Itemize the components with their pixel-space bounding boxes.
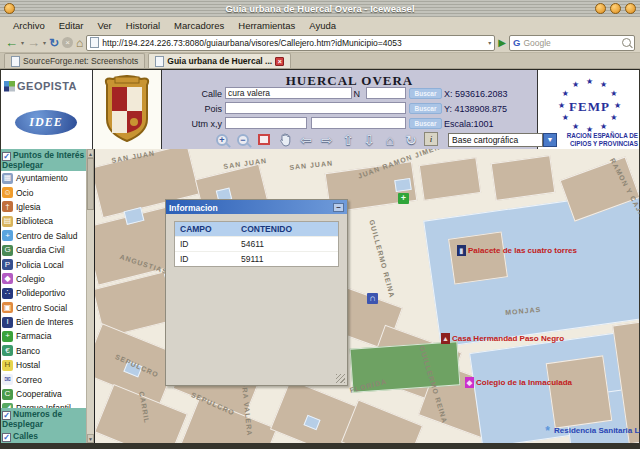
monument-icon: ▮ xyxy=(457,245,466,256)
numero-input[interactable] xyxy=(366,87,406,99)
pan-right-tool[interactable]: ⇨ xyxy=(318,132,336,148)
buscar-calle-button[interactable]: Buscar xyxy=(409,88,442,99)
basemap-select[interactable]: Base cartográfica xyxy=(448,133,543,147)
browser-window: Guia urbana de Huercal Overa - Iceweasel… xyxy=(0,0,640,449)
map-building xyxy=(448,231,508,284)
minimize-button[interactable] xyxy=(595,3,606,14)
sidebar-item[interactable]: ✉Correo xyxy=(0,372,86,386)
sidebar-item[interactable]: ☺Ocio xyxy=(0,185,86,199)
table-row: ID54611 xyxy=(175,236,338,251)
basemap-dropdown-icon[interactable]: ▼ xyxy=(543,133,557,147)
numeros-section-header[interactable]: ✓Numeros de Desplegar xyxy=(0,408,87,430)
informacion-titlebar[interactable]: Informacion – xyxy=(166,200,347,214)
sidebar-item[interactable]: HHostal xyxy=(0,358,86,372)
url-text[interactable]: http://194.224.226.73:8080/guiaurbana/vi… xyxy=(102,38,485,48)
stop-button[interactable]: × xyxy=(62,37,73,48)
tab-label[interactable]: Guia urbana de Huercal ... xyxy=(167,56,272,66)
back-dropdown-icon[interactable]: ▾ xyxy=(21,40,24,46)
numeros-desplegar-link[interactable]: Desplegar xyxy=(2,420,85,429)
pan-up-tool[interactable]: ⇧ xyxy=(339,132,357,148)
sidebar-item[interactable]: ▣Centro Social xyxy=(0,301,86,315)
femp-star-icon: ★ xyxy=(600,123,607,131)
refresh-map-tool[interactable]: ↻ xyxy=(402,132,420,148)
zoom-out-tool[interactable]: − xyxy=(234,132,252,148)
close-button[interactable] xyxy=(625,3,636,14)
search-input[interactable]: G Google xyxy=(509,35,635,51)
sidebar-item[interactable]: +Farmacia xyxy=(0,329,86,343)
tab-close-icon[interactable]: × xyxy=(275,57,284,66)
menu-item[interactable]: Ver xyxy=(91,18,119,33)
window-frame-left xyxy=(0,69,1,449)
page-header: GEOPISTA IDEE HUERCAL OVERA Calle N Busc… xyxy=(0,69,640,150)
pan-left-tool[interactable]: ⇦ xyxy=(297,132,315,148)
refresh-icon: ↻ xyxy=(405,133,417,147)
forward-button[interactable]: → xyxy=(27,36,40,49)
maximize-button[interactable] xyxy=(610,3,621,14)
calles-section-header[interactable]: ✓Calles xyxy=(0,430,87,443)
resize-grip[interactable] xyxy=(336,374,345,383)
sidebar-item[interactable]: ∴Polideportivo xyxy=(0,286,86,300)
scrollbar-thumb[interactable] xyxy=(87,158,94,210)
poi-desplegar-link[interactable]: Desplegar xyxy=(2,161,92,170)
menu-item[interactable]: Marcadores xyxy=(167,18,231,33)
poi-label-text: Palacete de las cuatro torres xyxy=(468,246,577,255)
go-button[interactable]: ▶ xyxy=(498,38,506,48)
refresh-button[interactable]: ↻ xyxy=(49,37,59,49)
sidebar-item[interactable]: PPolicia Local xyxy=(0,257,86,271)
map-building xyxy=(546,355,613,428)
sidebar-item[interactable]: ▤Biblioteca xyxy=(0,214,86,228)
utm-x-input[interactable] xyxy=(225,117,307,129)
scroll-up-icon[interactable]: ▲ xyxy=(87,149,94,158)
tab-label[interactable]: SourceForge.net: Screenshots xyxy=(23,56,138,66)
sidebar-scrollbar[interactable]: ▲ ▼ xyxy=(86,149,94,443)
back-button[interactable]: ← xyxy=(5,36,18,49)
url-bar[interactable]: http://194.224.226.73:8080/guiaurbana/vi… xyxy=(86,35,495,51)
poi-section-header[interactable]: ✓Puntos de Interés Desplegar xyxy=(0,149,94,171)
url-dropdown-icon[interactable]: ▾ xyxy=(488,40,491,46)
forward-dropdown-icon[interactable]: ▾ xyxy=(43,40,46,46)
buscar-utm-button[interactable]: Buscar xyxy=(409,118,442,129)
utm-y-input[interactable] xyxy=(311,117,406,129)
sidebar-item-label: Guardia Civil xyxy=(16,245,65,255)
calles-checkbox[interactable]: ✓ xyxy=(2,433,11,442)
menu-item[interactable]: Editar xyxy=(52,18,91,33)
femp-caption-2: CIPIOS Y PROVINCIAS xyxy=(570,140,638,147)
search-icon[interactable] xyxy=(622,38,631,47)
google-logo-icon[interactable]: G xyxy=(513,37,520,48)
sidebar-item[interactable]: +Centro de Salud xyxy=(0,229,86,243)
sidebar-item[interactable]: GGuardia Civil xyxy=(0,243,86,257)
full-extent-tool[interactable]: ⌂ xyxy=(381,132,399,148)
menu-item[interactable]: Archivo xyxy=(6,18,52,33)
tab-sourceforge[interactable]: SourceForge.net: Screenshots xyxy=(4,53,145,68)
pan-up-icon: ⇧ xyxy=(342,133,354,147)
sidebar-item[interactable]: €Banco xyxy=(0,344,86,358)
buscar-pois-button[interactable]: Buscar xyxy=(409,103,442,114)
zoom-in-tool[interactable]: + xyxy=(213,132,231,148)
pan-down-tool[interactable]: ⇩ xyxy=(360,132,378,148)
sidebar-item[interactable]: CCooperativa xyxy=(0,387,86,401)
search-placeholder[interactable]: Google xyxy=(523,38,619,48)
sidebar-item[interactable]: ◆Colegio xyxy=(0,272,86,286)
home-button[interactable]: ⌂ xyxy=(76,37,83,49)
titlebar[interactable]: Guia urbana de Huercal Overa - Iceweasel xyxy=(0,0,640,18)
pan-tool[interactable] xyxy=(276,132,294,148)
sidebar-item[interactable]: ▦Ayuntamiento xyxy=(0,171,86,185)
scroll-down-icon[interactable]: ▼ xyxy=(87,434,94,443)
sidebar-item[interactable]: †Iglesia xyxy=(0,200,86,214)
menu-item[interactable]: Historial xyxy=(119,18,167,33)
pois-input[interactable] xyxy=(225,102,406,114)
bank-marker: ∩ xyxy=(367,293,378,304)
street-label: GUILLERMO REINA xyxy=(368,219,396,299)
zoom-box-tool[interactable] xyxy=(255,132,273,148)
sidebar-item-label: Banco xyxy=(16,346,40,356)
street-label: SAN JUAN xyxy=(289,159,333,171)
info-tool-button[interactable]: i xyxy=(424,132,438,146)
table-cell-campo: ID xyxy=(175,239,237,249)
menu-item[interactable]: Herramientas xyxy=(231,18,302,33)
menu-item[interactable]: Ayuda xyxy=(302,18,343,33)
sidebar-item[interactable]: IBien de Interes xyxy=(0,315,86,329)
map-canvas[interactable]: SAN JUANSAN JUANSAN JUANJUAN RAMON JIMEN… xyxy=(95,149,640,443)
tab-guia-urbana[interactable]: Guia urbana de Huercal ... × xyxy=(148,53,291,68)
menubar: ArchivoEditarVerHistorialMarcadoresHerra… xyxy=(0,17,640,34)
minimize-window-icon[interactable]: – xyxy=(333,203,344,212)
